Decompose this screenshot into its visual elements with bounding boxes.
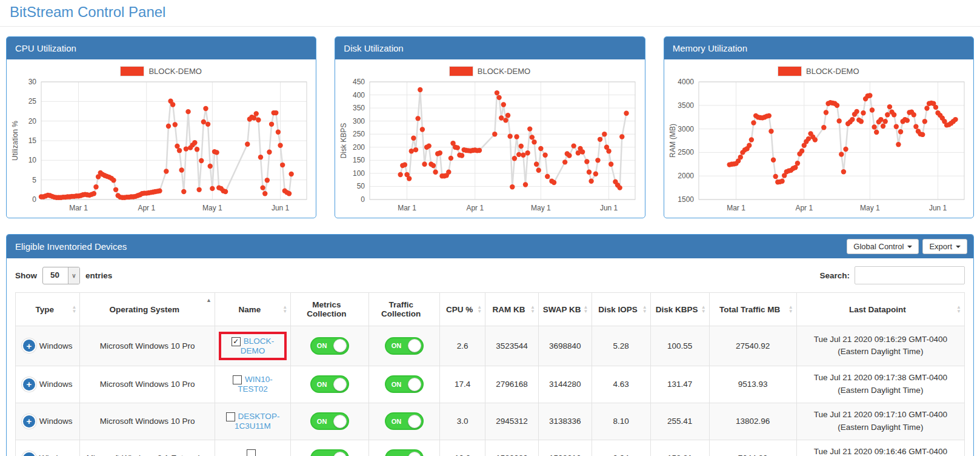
svg-text:Jun 1: Jun 1 bbox=[272, 204, 290, 212]
svg-text:Utilization %: Utilization % bbox=[11, 121, 19, 161]
legend-swatch bbox=[778, 67, 801, 76]
highlight-box: ✓BLOCK-DEMO bbox=[219, 332, 287, 360]
metrics-collection-cell: ON bbox=[291, 403, 368, 440]
table-row: +WindowsMicrosoft Windows 10 Pro✓BLOCK-D… bbox=[16, 326, 965, 366]
table-row: +WindowsMicrosoft Windows 8.1 Enterprise… bbox=[16, 440, 965, 456]
svg-text:20: 20 bbox=[28, 117, 37, 126]
legend-swatch bbox=[450, 67, 473, 76]
column-header-traffic-collection[interactable]: Traffic Collection bbox=[368, 293, 439, 326]
svg-text:Mar 1: Mar 1 bbox=[398, 204, 417, 212]
svg-text:25: 25 bbox=[28, 97, 37, 106]
toggle-knob bbox=[333, 339, 347, 352]
devices-table-body: +WindowsMicrosoft Windows 10 Pro✓BLOCK-D… bbox=[16, 326, 965, 456]
disk-iops-cell: 8.10 bbox=[592, 403, 650, 440]
metrics-collection-cell: ON bbox=[291, 440, 368, 456]
traffic-collection-cell: ON bbox=[368, 326, 439, 366]
column-header-cpu[interactable]: CPU %▲▼ bbox=[439, 293, 485, 326]
os-cell: Microsoft Windows 8.1 Enterprise bbox=[80, 440, 215, 456]
svg-text:2500: 2500 bbox=[678, 148, 694, 156]
global-control-button[interactable]: Global Control bbox=[847, 239, 919, 254]
charts-row: CPU Utilization BLOCK-DEMO 051015202530M… bbox=[6, 36, 974, 218]
name-cell: WIN10-TEST02 bbox=[215, 366, 290, 403]
device-link[interactable]: DESKTOP-1C3U11M bbox=[235, 412, 279, 431]
svg-text:3000: 3000 bbox=[678, 125, 694, 133]
column-header-disk-iops[interactable]: Disk IOPS▲▼ bbox=[592, 293, 650, 326]
column-header-name[interactable]: Name▲▼ bbox=[215, 293, 290, 326]
device-checkbox[interactable] bbox=[233, 375, 242, 384]
expand-row-icon[interactable]: + bbox=[23, 340, 35, 352]
traffic-collection-cell: ON bbox=[368, 403, 439, 440]
show-label: Show bbox=[15, 271, 37, 280]
swap-cell: 3698840 bbox=[538, 326, 592, 366]
type-cell: +Windows bbox=[16, 326, 80, 366]
last-datapoint-cell: Tue Jul 21 2020 09:16:29 GMT-0400(Easter… bbox=[796, 326, 964, 366]
os-cell: Microsoft Windows 10 Pro bbox=[80, 366, 215, 403]
metrics-collection-toggle[interactable]: ON bbox=[310, 412, 349, 430]
svg-text:400: 400 bbox=[353, 91, 365, 99]
search-input[interactable] bbox=[855, 266, 965, 284]
expand-row-icon[interactable]: + bbox=[23, 415, 35, 428]
svg-text:Apr 1: Apr 1 bbox=[467, 204, 484, 212]
device-checkbox[interactable] bbox=[226, 412, 235, 421]
column-header-ram-kb[interactable]: RAM KB▲▼ bbox=[485, 293, 539, 326]
chevron-down-icon bbox=[907, 246, 912, 248]
disk-utilization-panel: Disk Utilization BLOCK-DEMO 050100150200… bbox=[335, 36, 645, 218]
metrics-collection-toggle[interactable]: ON bbox=[310, 375, 349, 393]
type-cell: +Windows bbox=[16, 403, 80, 440]
eligible-devices-panel: Eligible Inventoried Devices Global Cont… bbox=[6, 234, 974, 456]
svg-text:Jun 1: Jun 1 bbox=[600, 204, 618, 212]
metrics-collection-toggle[interactable]: ON bbox=[310, 337, 349, 355]
disk-kbps-cell: 131.47 bbox=[650, 366, 709, 403]
sort-icon: ▲▼ bbox=[701, 306, 706, 314]
column-header-type[interactable]: Type▲▼ bbox=[16, 293, 80, 326]
traffic-collection-toggle[interactable]: ON bbox=[385, 412, 424, 430]
swap-cell: 1598616 bbox=[538, 440, 592, 456]
sort-icon: ▲▼ bbox=[530, 306, 535, 314]
expand-row-icon[interactable]: + bbox=[23, 452, 35, 456]
column-header-metrics-collection[interactable]: Metrics Collection bbox=[291, 293, 368, 326]
device-link[interactable]: BLOCK-DEMO bbox=[241, 337, 274, 355]
eligible-devices-title: Eligible Inventoried Devices bbox=[13, 240, 129, 253]
devices-table: Type▲▼Operating System▲Name▲▼Metrics Col… bbox=[15, 292, 965, 456]
cpu-chart-legend: BLOCK-DEMO bbox=[8, 67, 315, 76]
entries-select[interactable]: 50 ∨ bbox=[42, 267, 80, 284]
device-checkbox[interactable] bbox=[247, 449, 256, 456]
toggle-knob bbox=[408, 378, 421, 391]
sort-asc-icon: ▲ bbox=[206, 298, 212, 303]
traffic-collection-toggle[interactable]: ON bbox=[385, 375, 424, 393]
expand-row-icon[interactable]: + bbox=[23, 378, 35, 391]
svg-text:250: 250 bbox=[353, 130, 365, 138]
traffic-collection-toggle[interactable]: ON bbox=[385, 337, 424, 355]
column-header-last-datapoint[interactable]: Last Datapoint▲▼ bbox=[796, 293, 964, 326]
column-header-total-traffic-mb[interactable]: Total Traffic MB▲▼ bbox=[709, 293, 796, 326]
svg-text:300: 300 bbox=[353, 117, 365, 126]
svg-text:Mar 1: Mar 1 bbox=[69, 204, 88, 212]
table-row: +WindowsMicrosoft Windows 10 ProDESKTOP-… bbox=[16, 403, 965, 440]
svg-text:200: 200 bbox=[353, 143, 365, 152]
page-title: BitStream Control Panel bbox=[10, 4, 980, 21]
column-header-operating-system[interactable]: Operating System▲ bbox=[80, 293, 215, 326]
metrics-collection-toggle[interactable]: ON bbox=[310, 449, 349, 456]
export-button[interactable]: Export bbox=[922, 239, 967, 254]
swap-cell: 3144280 bbox=[538, 366, 592, 403]
svg-text:0: 0 bbox=[361, 195, 365, 204]
column-header-disk-kbps[interactable]: Disk KBPS▲▼ bbox=[650, 293, 709, 326]
metrics-collection-cell: ON bbox=[291, 366, 368, 403]
svg-text:450: 450 bbox=[353, 78, 365, 86]
svg-text:150: 150 bbox=[353, 156, 365, 164]
legend-label: BLOCK-DEMO bbox=[806, 67, 859, 76]
device-checkbox[interactable]: ✓ bbox=[232, 337, 241, 346]
svg-text:0: 0 bbox=[32, 195, 36, 204]
column-header-swap-kb[interactable]: SWAP KB▲▼ bbox=[538, 293, 592, 326]
device-link[interactable]: WIN10-TEST02 bbox=[238, 375, 273, 394]
disk-kbps-cell: 255.41 bbox=[650, 403, 709, 440]
traffic-collection-toggle[interactable]: ON bbox=[385, 449, 424, 456]
cpu-utilization-chart: 051015202530Mar 1Apr 1May 1Jun 1Utilizat… bbox=[10, 77, 313, 215]
entries-label: entries bbox=[85, 271, 112, 280]
last-datapoint-cell: Tue Jul 21 2020 09:16:46 GMT-0400(Easter… bbox=[796, 440, 964, 456]
svg-text:May 1: May 1 bbox=[860, 204, 880, 212]
disk-utilization-chart: 050100150200250300350400450Mar 1Apr 1May… bbox=[338, 77, 641, 215]
svg-text:10: 10 bbox=[28, 156, 37, 164]
disk-kbps-cell: 100.55 bbox=[650, 326, 709, 366]
name-cell: DESKTOP-1C3U11M bbox=[215, 403, 290, 440]
